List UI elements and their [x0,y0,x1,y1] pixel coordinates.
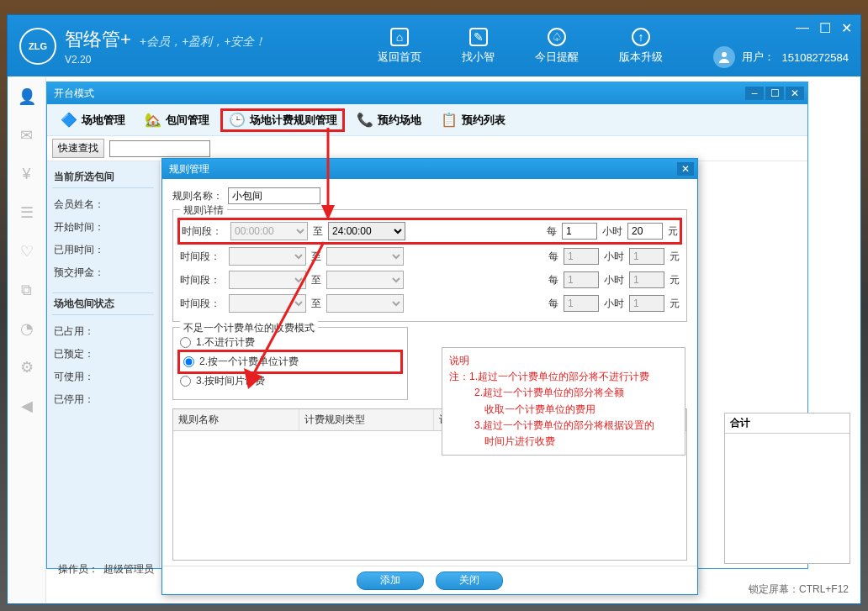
lp-available: 可使用： [52,366,154,388]
clock-icon[interactable]: ◔ [17,319,37,339]
to-3[interactable] [326,294,404,313]
rule-name-label: 规则名称： [172,189,223,203]
sub-max-button[interactable]: ☐ [765,87,784,100]
gear-icon[interactable]: ⚙ [17,357,37,377]
lp-reserved: 已预定： [52,343,154,366]
sub-close-button[interactable]: ✕ [786,87,804,100]
lp-header2: 场地包间状态 [52,292,154,315]
total-panel: 合计 [724,413,850,564]
note-3a: 3.超过一个计费单位的部分将根据设置的 [449,418,678,434]
phone-icon: 📞 [356,113,374,128]
notes-header: 说明 [449,353,678,369]
price-3 [629,295,664,312]
lp-header1: 当前所选包间 [52,166,154,188]
note-2b: 收取一个计费单位的费用 [449,402,678,418]
lp-occupied: 已占用： [52,320,154,343]
time-row-1: 时间段： 至 每 小时 元 [180,247,680,266]
time-row-0: 时间段： 00:00:00 至 24:00:00 每 小时 元 [180,220,680,242]
quicksearch-input[interactable] [109,140,210,157]
lp-deposit: 预交押金： [52,261,154,284]
app-header: ZLG 智络管+ +会员，+盈利，+安全！ V2.20 ⌂返回首页 ✎找小智 ♤… [8,15,860,76]
rule-name-input[interactable] [228,187,320,204]
lp-member: 会员姓名： [52,193,154,216]
icon-rail: 👤 ✉ ¥ ☰ ♡ ⧉ ◔ ⚙ ◀ [8,76,46,603]
toolbar: 🔷场地管理 🏡包间管理 🕒场地计费规则管理 📞预约场地 📋预约列表 [47,104,807,136]
dialog-close-button[interactable]: ✕ [677,162,694,176]
to-1[interactable] [326,247,404,266]
nav-reminder[interactable]: ♤今日提醒 [535,28,579,65]
gh-0: 规则名称 [173,409,299,430]
avatar-icon [713,46,735,68]
tb-reserve-venue[interactable]: 📞预约场地 [348,108,429,132]
to-0[interactable]: 24:00:00 [328,222,405,240]
left-icon[interactable]: ◀ [17,396,37,416]
mode-2[interactable]: 3.按时间片计费 [180,371,400,391]
per-2 [564,271,599,288]
per-0[interactable] [562,223,597,240]
nav-upgrade[interactable]: ↑版本升级 [619,28,663,65]
minimize-button[interactable]: — [796,20,809,36]
tb-billing-rules[interactable]: 🕒场地计费规则管理 [220,108,345,132]
lp-disabled: 已停用： [52,388,154,411]
close-button[interactable]: ✕ [841,20,852,36]
heart-icon[interactable]: ♡ [17,241,37,261]
mode-1[interactable]: 2.按一个计费单位计费 [180,352,400,371]
yen-icon[interactable]: ¥ [17,164,37,184]
note-2a: 2.超过一个计费单位的部分将全额 [449,385,678,401]
user-id: 15108272584 [781,51,849,64]
detail-legend: 规则详情 [180,203,227,218]
from-1[interactable] [229,247,306,266]
price-0[interactable] [627,223,663,240]
left-panel: 当前所选包间 会员姓名： 开始时间： 已用时间： 预交押金： 场地包间状态 已占… [47,161,160,568]
lp-used: 已用时间： [52,239,154,261]
per-3 [564,295,599,312]
clock-icon: 🕒 [228,113,246,128]
tb-venue-manage[interactable]: 🔷场地管理 [52,108,133,132]
sub-min-button[interactable]: – [745,87,764,100]
svg-point-0 [722,52,727,57]
sub-title: 开台模式 [54,87,94,101]
from-0[interactable]: 00:00:00 [230,222,308,240]
lock-hint: 锁定屏幕：CTRL+F12 [749,582,849,597]
app-title: 智络管+ [65,27,131,52]
list-icon[interactable]: ☰ [17,203,37,223]
mode-0[interactable]: 1.不进行计费 [180,333,400,352]
nav-assistant[interactable]: ✎找小智 [462,28,495,65]
home-icon: ⌂ [390,28,409,46]
user-block[interactable]: 用户： 15108272584 [713,46,849,68]
tb-reserve-list[interactable]: 📋预约列表 [432,108,513,132]
operator-label: 操作员： [58,562,98,577]
nav-home[interactable]: ⌂返回首页 [378,28,421,65]
time-row-2: 时间段： 至 每 小时 元 [180,271,680,289]
from-2[interactable] [229,271,306,289]
status-bar: 操作员： 超级管理员 [58,562,154,577]
note-1: 注：1.超过一个计费单位的部分将不进行计费 [449,369,678,385]
person-icon[interactable]: 👤 [17,87,37,107]
operator-value: 超级管理员 [103,562,154,577]
lp-start: 开始时间： [52,216,154,239]
room-icon: 🏡 [144,113,162,128]
price-2 [629,271,664,288]
close-button-dlg[interactable]: 关闭 [436,571,503,590]
mail-icon[interactable]: ✉ [17,125,37,145]
edit-icon: ✎ [469,28,488,46]
from-3[interactable] [229,294,306,313]
time-row-3: 时间段： 至 每 小时 元 [180,294,680,313]
notes-box: 说明 注：1.超过一个计费单位的部分将不进行计费 2.超过一个计费单位的部分将全… [442,347,685,456]
price-1 [629,248,664,265]
gh-1: 计费规则类型 [299,409,434,430]
app-version: V2.20 [65,54,266,66]
mode-legend: 不足一个计费单位的收费模式 [180,321,318,335]
chart-icon[interactable]: ⧉ [17,280,37,300]
tb-room-manage[interactable]: 🏡包间管理 [136,108,217,132]
upgrade-icon: ↑ [632,28,650,46]
quicksearch-button[interactable]: 快速查找 [52,139,104,158]
mode-fieldset: 不足一个计费单位的收费模式 1.不进行计费 2.按一个计费单位计费 3.按时间片… [172,327,408,400]
venue-icon: 🔷 [60,113,78,128]
clipboard-icon: 📋 [440,113,458,128]
bell-icon: ♤ [548,28,566,46]
total-header: 合计 [725,413,849,434]
add-button[interactable]: 添加 [357,571,424,590]
to-2[interactable] [326,271,404,289]
maximize-button[interactable]: ☐ [819,20,831,36]
